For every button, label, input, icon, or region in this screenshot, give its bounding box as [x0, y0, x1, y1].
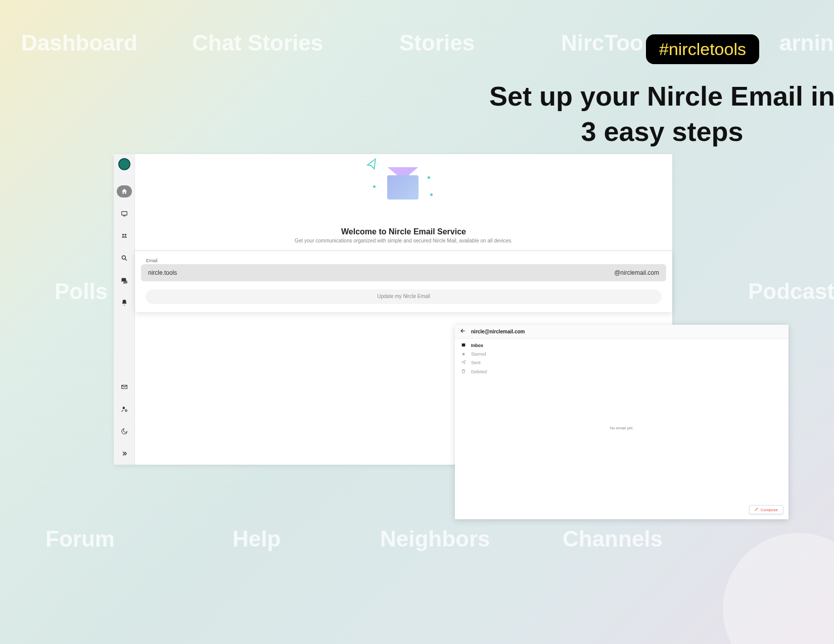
svg-rect-0 [121, 212, 127, 215]
update-email-button[interactable]: Update my Nircle Email [146, 289, 661, 303]
inbox-panel: nircle@nirclemail.com Inbox ★ Starred Se… [455, 325, 789, 519]
email-setup-content: Welcome to Nircle Email Service Get your… [135, 154, 672, 312]
inbox-folder-icon [461, 342, 466, 349]
svg-point-2 [124, 234, 126, 236]
star-icon: ★ [461, 352, 466, 357]
people-icon[interactable] [118, 230, 130, 242]
inbox-email-address: nircle@nirclemail.com [471, 329, 525, 334]
folder-label: Sent [471, 360, 481, 365]
folder-label: Deleted [471, 369, 487, 374]
bg-help: Help [233, 526, 281, 552]
email-label: Email [141, 258, 666, 263]
expand-icon[interactable] [118, 448, 130, 460]
corner-decoration [723, 533, 834, 644]
bg-polls: Polls [55, 279, 108, 304]
compose-label: Compose [761, 508, 778, 512]
bg-dashboard: Dashboard [21, 30, 137, 56]
back-icon[interactable] [460, 328, 466, 335]
logo-icon[interactable] [118, 158, 130, 170]
bg-neighbors: Neighbors [380, 526, 490, 552]
svg-point-6 [125, 410, 127, 412]
paper-plane-icon [365, 158, 380, 174]
folder-list: Inbox ★ Starred Sent Deleted [455, 339, 789, 378]
mail-icon[interactable] [118, 381, 130, 393]
app-sidebar [114, 154, 135, 465]
tv-icon[interactable] [118, 208, 130, 220]
chat-icon[interactable] [118, 274, 130, 286]
empty-inbox-text: No email yet. [455, 426, 789, 430]
folder-deleted[interactable]: Deleted [455, 367, 789, 376]
pencil-icon [755, 507, 759, 512]
svg-rect-7 [462, 343, 466, 346]
svg-point-1 [122, 234, 124, 236]
bg-podcast: Podcast [748, 279, 834, 304]
moon-icon[interactable] [118, 425, 130, 437]
headline: Set up your Nircle Email in 3 easy steps [485, 78, 834, 149]
bg-forum: Forum [45, 526, 115, 552]
folder-label: Starred [471, 352, 486, 357]
home-icon[interactable] [117, 185, 132, 197]
bg-channels: Channels [563, 526, 663, 552]
bg-chat-stories: Chat Stories [192, 30, 323, 56]
folder-inbox[interactable]: Inbox [455, 341, 789, 350]
folder-label: Inbox [471, 343, 483, 348]
email-input-row: @nirclemail.com [141, 264, 666, 281]
folder-starred[interactable]: ★ Starred [455, 350, 789, 358]
search-icon[interactable] [118, 252, 130, 264]
email-suffix: @nirclemail.com [614, 269, 659, 276]
email-setup-card: Email @nirclemail.com Update my Nircle E… [135, 251, 672, 312]
compose-button[interactable]: Compose [749, 505, 783, 514]
user-settings-icon[interactable] [118, 403, 130, 415]
inbox-header: nircle@nirclemail.com [455, 325, 789, 339]
svg-point-3 [122, 256, 125, 259]
bg-arning: arning [779, 30, 834, 56]
sent-icon [461, 360, 466, 366]
bell-icon[interactable] [118, 296, 130, 309]
hashtag-pill: #nircletools [646, 34, 759, 64]
bg-nirctoo: NircToo [561, 30, 643, 56]
welcome-subtitle: Get your communications organized with s… [135, 238, 672, 243]
welcome-title: Welcome to Nircle Email Service [135, 227, 672, 236]
bg-stories: Stories [399, 30, 475, 56]
email-input[interactable] [148, 269, 614, 276]
hero-illustration [135, 159, 672, 212]
svg-point-5 [122, 407, 125, 409]
folder-sent[interactable]: Sent [455, 358, 789, 367]
trash-icon [461, 369, 466, 375]
